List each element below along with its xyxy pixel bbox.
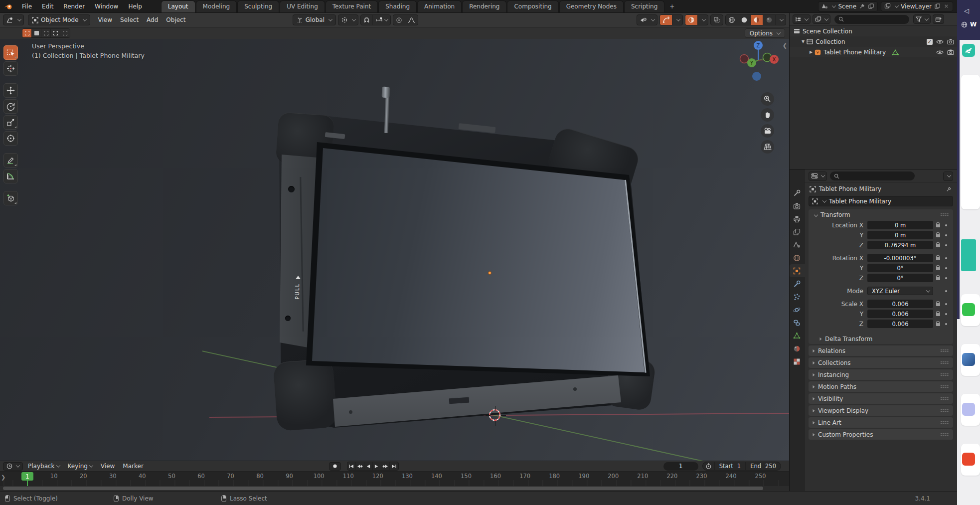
transform-value-field[interactable]: 0 m — [867, 231, 933, 239]
transform-value-field[interactable]: 0 m — [867, 221, 933, 229]
auto-keying-toggle[interactable] — [329, 462, 341, 471]
properties-tab-constraints[interactable] — [790, 316, 805, 329]
viewport-menu-view[interactable]: View — [94, 16, 116, 23]
workspace-tab-rendering[interactable]: Rendering — [462, 0, 506, 12]
panel-grip[interactable] — [940, 433, 949, 436]
workspace-tab-modeling[interactable]: Modeling — [196, 0, 237, 12]
exclude-checkbox[interactable]: ✓ — [927, 39, 933, 45]
disable-render-toggle[interactable] — [947, 49, 954, 55]
panel-grip[interactable] — [940, 213, 949, 216]
panel-motion-paths[interactable]: Motion Paths — [809, 381, 953, 392]
hide-eye-toggle[interactable] — [936, 39, 944, 44]
properties-tab-physics[interactable] — [790, 303, 805, 316]
shading-wireframe-button[interactable] — [726, 15, 738, 25]
workspace-tab-shading[interactable]: Shading — [378, 0, 417, 12]
lavender-app-icon[interactable] — [962, 403, 975, 416]
animate-dot[interactable] — [945, 323, 947, 325]
properties-tab-scene[interactable] — [790, 238, 805, 251]
animate-dot[interactable] — [945, 290, 947, 292]
animate-dot[interactable] — [945, 234, 947, 236]
show-gizmo-dropdown[interactable] — [637, 14, 657, 25]
zoom-button[interactable] — [761, 92, 774, 106]
object-origin-dot[interactable] — [488, 271, 491, 275]
select-mode-subtract[interactable] — [41, 29, 51, 37]
panel-grip[interactable] — [940, 349, 949, 352]
mode-selector[interactable]: Object Mode — [28, 14, 90, 25]
teal-tile-icon[interactable] — [961, 239, 976, 271]
copy-icon[interactable] — [934, 3, 941, 9]
shading-dropdown[interactable] — [776, 15, 786, 25]
timeline-menu-playback[interactable]: Playback — [24, 463, 64, 470]
animate-dot[interactable] — [945, 277, 947, 279]
select-mode-intersect[interactable] — [60, 29, 70, 37]
workspace-tab-scripting[interactable]: Scripting — [624, 0, 664, 12]
outliner-row[interactable]: ▶Tablet Phone Military — [790, 47, 957, 57]
timeline-ruler[interactable]: 1020304050607080901001101201301401501601… — [0, 472, 789, 486]
outliner-row[interactable]: Scene Collection — [790, 26, 957, 36]
blender-logo-icon[interactable] — [0, 0, 17, 12]
use-preview-range-toggle[interactable] — [703, 462, 715, 470]
object-name-field[interactable]: Tablet Phone Military — [809, 196, 953, 206]
viewport-menu-add[interactable]: Add — [143, 16, 162, 23]
outliner-search-input[interactable] — [834, 15, 909, 24]
transform-value-field[interactable]: 0.76294 m — [867, 241, 933, 249]
properties-editor-type-button[interactable] — [809, 171, 827, 181]
delta-transform-toggle[interactable]: Delta Transform — [809, 334, 953, 344]
panel-relations[interactable]: Relations — [809, 345, 953, 356]
timeline-editor-type-button[interactable] — [3, 462, 23, 471]
lock-icon[interactable] — [936, 313, 940, 316]
menu-window[interactable]: Window — [90, 0, 123, 12]
lock-icon[interactable] — [936, 277, 940, 280]
transform-panel-header[interactable]: Transform — [809, 209, 953, 220]
perspective-toggle-button[interactable] — [761, 140, 774, 154]
add-workspace-button[interactable]: + — [665, 1, 679, 12]
menu-render[interactable]: Render — [58, 0, 90, 12]
menu-file[interactable]: File — [17, 0, 37, 12]
overlays-toggle[interactable] — [685, 15, 698, 25]
tool-select-box[interactable] — [3, 45, 18, 60]
transform-value-field[interactable]: 0° — [867, 274, 933, 282]
tool-scale[interactable] — [3, 115, 18, 130]
shading-material-button[interactable] — [751, 15, 763, 25]
properties-tab-modifiers[interactable] — [790, 277, 805, 290]
play-button[interactable] — [373, 462, 381, 470]
properties-tab-data[interactable] — [790, 329, 805, 342]
scene-selector[interactable]: Scene — [818, 1, 878, 11]
navigation-gizmo[interactable]: Z Y X — [738, 38, 780, 82]
panel-collections[interactable]: Collections — [809, 357, 953, 368]
proportional-edit-toggle[interactable] — [393, 15, 405, 25]
region-expand-arrow[interactable]: ❯ — [1, 474, 5, 481]
shading-rendered-button[interactable] — [763, 15, 776, 25]
transform-value-field[interactable]: 0.006 — [867, 300, 933, 308]
lock-icon[interactable] — [936, 224, 940, 227]
gizmos-dropdown[interactable] — [672, 15, 682, 25]
animate-dot[interactable] — [945, 303, 947, 305]
expander-closed-icon[interactable]: ▶ — [810, 50, 813, 54]
properties-tab-object[interactable] — [790, 264, 805, 277]
xray-toggle[interactable] — [710, 14, 723, 25]
viewport-3d[interactable]: PULL User Perspective (1) Collection | T… — [0, 27, 789, 461]
current-frame-field[interactable]: 1 — [663, 462, 698, 471]
lock-icon[interactable] — [936, 323, 940, 326]
tool-add-cube[interactable] — [3, 191, 18, 205]
back-arrow-icon[interactable]: ◁ — [964, 7, 969, 14]
background-window-strip[interactable]: ◁ W — [957, 0, 980, 505]
camera-view-button[interactable] — [761, 124, 774, 138]
pan-hand-button[interactable] — [761, 108, 774, 122]
side-card[interactable] — [961, 75, 980, 209]
panel-viewport-display[interactable]: Viewport Display — [809, 405, 953, 416]
filter-dropdown[interactable] — [913, 14, 931, 24]
red-app-icon[interactable] — [962, 453, 975, 466]
workspace-tab-layout[interactable]: Layout — [161, 0, 195, 12]
editor-type-button[interactable] — [3, 14, 24, 25]
lock-icon[interactable] — [936, 234, 940, 237]
playhead-frame-badge[interactable]: 1 — [21, 472, 33, 481]
menu-edit[interactable]: Edit — [37, 0, 58, 12]
properties-tab-render[interactable] — [790, 199, 805, 212]
animate-dot[interactable] — [945, 224, 947, 226]
pivot-point-dropdown[interactable] — [338, 14, 358, 25]
shading-solid-button[interactable] — [738, 15, 751, 25]
new-collection-button[interactable] — [933, 14, 944, 24]
jump-to-end-button[interactable] — [390, 462, 398, 470]
tool-measure[interactable] — [3, 169, 18, 183]
